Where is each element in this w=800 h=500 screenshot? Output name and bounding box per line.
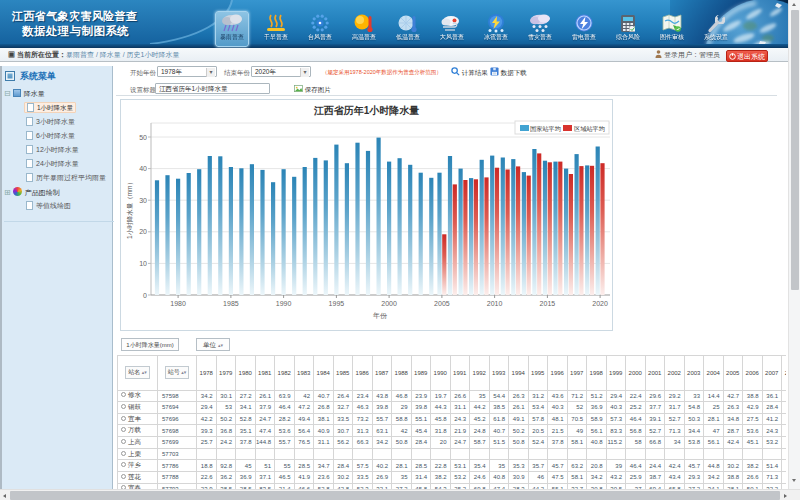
svg-text:10: 10 <box>139 260 147 267</box>
svg-text:1990: 1990 <box>276 300 292 307</box>
svg-text:年份: 年份 <box>373 312 388 320</box>
svg-text:1小时降水量（mm）: 1小时降水量（mm） <box>126 179 134 239</box>
svg-text:区域站平均: 区域站平均 <box>574 125 605 133</box>
svg-text:2005: 2005 <box>434 300 450 307</box>
svg-text:2010: 2010 <box>487 300 503 307</box>
svg-text:2020: 2020 <box>592 300 608 307</box>
svg-text:1995: 1995 <box>329 300 345 307</box>
svg-text:20: 20 <box>139 228 147 235</box>
svg-text:2000: 2000 <box>381 300 397 307</box>
svg-text:30: 30 <box>139 197 147 204</box>
svg-text:国家站平均: 国家站平均 <box>530 125 561 133</box>
svg-text:0: 0 <box>143 292 147 299</box>
svg-text:40: 40 <box>139 165 147 172</box>
svg-text:1985: 1985 <box>223 300 239 307</box>
svg-text:50: 50 <box>139 134 147 141</box>
svg-text:1980: 1980 <box>170 300 186 307</box>
svg-text:2015: 2015 <box>540 300 556 307</box>
